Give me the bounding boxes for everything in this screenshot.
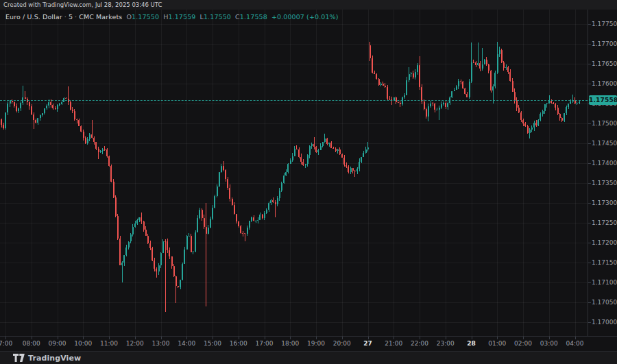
symbol-title[interactable]: Euro / U.S. Dollar — [5, 13, 62, 21]
candle-body[interactable] — [5, 112, 6, 128]
candle-body[interactable] — [191, 236, 192, 252]
tradingview-wordmark[interactable]: TradingView — [28, 354, 81, 363]
candle-body[interactable] — [40, 115, 41, 118]
candle-body[interactable] — [255, 221, 256, 221]
candle-body[interactable] — [309, 146, 311, 155]
chart-pane[interactable] — [0, 10, 588, 336]
candle-body[interactable] — [210, 219, 211, 228]
candle-body[interactable] — [447, 103, 448, 107]
candle-body[interactable] — [320, 146, 322, 150]
candle-body[interactable] — [113, 182, 114, 197]
candle-body[interactable] — [202, 210, 203, 218]
candle-body[interactable] — [119, 239, 121, 265]
candle-body[interactable] — [223, 166, 224, 171]
candle-body[interactable] — [16, 106, 17, 112]
candle-body[interactable] — [415, 72, 416, 77]
candle-body[interactable] — [138, 217, 140, 220]
candle-body[interactable] — [419, 65, 420, 87]
candle-body[interactable] — [106, 149, 108, 156]
candle-body[interactable] — [458, 81, 459, 86]
candle-body[interactable] — [279, 191, 280, 198]
candle-body[interactable] — [128, 242, 130, 248]
candle-body[interactable] — [48, 102, 49, 106]
candle-body[interactable] — [383, 84, 384, 86]
candle-body[interactable] — [125, 247, 127, 255]
candle-body[interactable] — [87, 139, 88, 143]
candle-body[interactable] — [542, 111, 544, 114]
candle-body[interactable] — [292, 156, 293, 161]
candle-body[interactable] — [283, 175, 285, 183]
candle-body[interactable] — [548, 101, 550, 104]
candle-body[interactable] — [70, 102, 71, 110]
candle-body[interactable] — [434, 104, 435, 110]
symbol-legend[interactable]: Euro / U.S. Dollar·5·CMC Markets O1.1755… — [5, 13, 340, 21]
candle-body[interactable] — [546, 104, 548, 104]
candle-body[interactable] — [42, 113, 43, 115]
candle-body[interactable] — [300, 157, 302, 162]
candle-body[interactable] — [421, 87, 422, 101]
candle-body[interactable] — [512, 81, 513, 91]
candle-body[interactable] — [337, 149, 339, 150]
candle-body[interactable] — [557, 108, 559, 114]
candle-body[interactable] — [281, 183, 282, 191]
candle-body[interactable] — [486, 60, 487, 64]
candle-body[interactable] — [527, 126, 529, 133]
candle-body[interactable] — [197, 218, 198, 232]
candle-body[interactable] — [559, 114, 561, 118]
candle-body[interactable] — [372, 58, 373, 73]
candle-body[interactable] — [14, 102, 15, 106]
candle-body[interactable] — [117, 216, 119, 239]
candle-body[interactable] — [505, 67, 507, 68]
time-axis[interactable]: 7:0008:0009:0010:0011:0012:0013:0014:001… — [0, 336, 617, 351]
candle-body[interactable] — [238, 221, 239, 226]
candle-body[interactable] — [533, 123, 535, 128]
candle-body[interactable] — [93, 138, 95, 142]
candle-body[interactable] — [529, 130, 531, 133]
candle-body[interactable] — [249, 221, 250, 227]
candle-body[interactable] — [424, 101, 425, 109]
candle-body[interactable] — [285, 172, 287, 175]
candle-body[interactable] — [451, 91, 452, 97]
candle-body[interactable] — [298, 149, 300, 157]
candle-body[interactable] — [404, 95, 405, 98]
candle-body[interactable] — [367, 147, 369, 150]
candle-body[interactable] — [143, 221, 145, 230]
candle-body[interactable] — [182, 264, 183, 280]
candle-body[interactable] — [363, 153, 364, 157]
candle-body[interactable] — [89, 134, 90, 140]
candle-body[interactable] — [78, 120, 80, 125]
candle-body[interactable] — [165, 241, 166, 242]
candle-body[interactable] — [507, 67, 509, 72]
candle-wick[interactable] — [461, 80, 461, 84]
candle-body[interactable] — [443, 103, 444, 104]
candle-body[interactable] — [378, 79, 380, 85]
candle-body[interactable] — [398, 102, 399, 103]
candle-body[interactable] — [501, 50, 503, 62]
candle-body[interactable] — [466, 94, 468, 97]
candle-body[interactable] — [35, 120, 36, 123]
candle-body[interactable] — [154, 260, 155, 269]
candle-wick[interactable] — [206, 203, 206, 306]
candle-body[interactable] — [204, 218, 205, 227]
candle-body[interactable] — [169, 250, 170, 256]
candle-wick[interactable] — [367, 142, 368, 151]
candle-body[interactable] — [330, 143, 332, 148]
candle-body[interactable] — [180, 280, 181, 287]
candle-body[interactable] — [20, 103, 21, 108]
candle-body[interactable] — [152, 248, 153, 260]
candle-body[interactable] — [462, 82, 463, 88]
candle-wick[interactable] — [165, 239, 166, 312]
candle-body[interactable] — [229, 188, 230, 199]
candle-body[interactable] — [439, 108, 440, 109]
candle-body[interactable] — [7, 104, 8, 112]
candle-body[interactable] — [217, 186, 218, 195]
candle-body[interactable] — [409, 74, 410, 80]
candle-body[interactable] — [482, 64, 483, 69]
candle-body[interactable] — [324, 138, 326, 142]
candle-body[interactable] — [259, 215, 261, 220]
candle-body[interactable] — [406, 80, 407, 95]
candle-body[interactable] — [454, 90, 455, 91]
candle-body[interactable] — [385, 86, 386, 87]
candle-body[interactable] — [305, 164, 306, 165]
candle-body[interactable] — [234, 205, 235, 214]
